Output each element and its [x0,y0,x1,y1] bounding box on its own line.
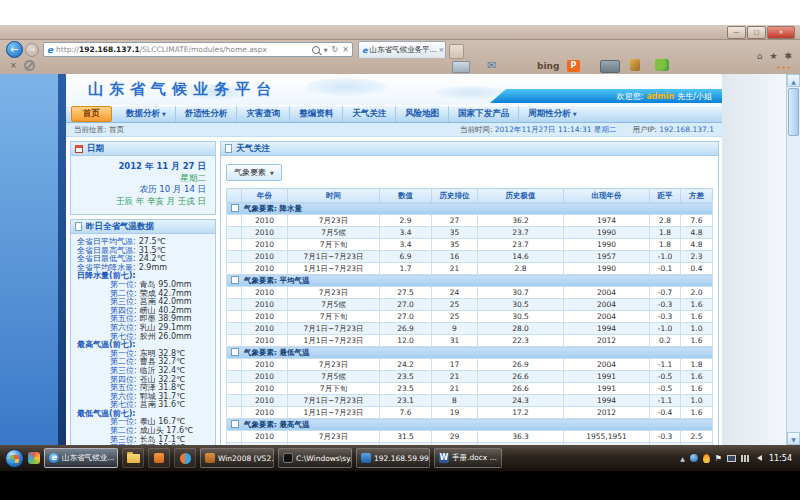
action-center-flag-icon[interactable]: ⚑ [715,454,722,463]
nav-item-label: 首页 [83,108,100,120]
table-row[interactable]: 20107月1日~7月23日23.1824.31994-1.11.0 [227,395,713,407]
taskbar-button-3[interactable]: 192.168.59.99... [356,448,430,468]
nav-item-6[interactable]: 天气关注 [342,106,395,122]
scroll-up-icon[interactable]: ▲ [787,74,800,87]
home-icon[interactable]: ⌂ [757,51,763,61]
camera-icon[interactable] [600,60,620,73]
table-cell: -0.5 [650,371,681,383]
blocked-icon[interactable] [24,60,35,71]
table-row[interactable]: 20107月23日27.52430.72004-0.72.0 [227,287,713,299]
table-row[interactable]: 20101月1日~7月23日12.03122.320120.21.6 [227,335,713,347]
mail-icon[interactable]: ✉ [487,59,496,72]
chevron-down-icon[interactable]: ▼ [324,47,328,53]
cards-icon[interactable] [452,61,470,73]
refresh-icon[interactable]: ↻ [332,45,339,54]
table-row[interactable]: 20107月23日2.92736.219742.87.6 [227,215,713,227]
new-tab-button[interactable] [449,44,464,59]
taskbar-ie-button[interactable]: e 山东省气候业... [44,448,118,468]
table-row[interactable]: 20107月5候27.02530.52004-0.31.6 [227,299,713,311]
table-cell: 23.5 [380,383,432,395]
table-row[interactable]: 20101月1日~7月23日1.7212.81990-0.10.4 [227,263,713,275]
taskbar-media-button[interactable] [174,448,196,468]
people-icon[interactable] [655,59,669,71]
scrollbar-thumb[interactable] [788,88,799,136]
forward-button[interactable]: → [25,43,39,57]
tray-blue-icon[interactable] [690,454,698,462]
taskbar-clock[interactable]: 11:54 [769,454,792,463]
group-checkbox[interactable] [231,420,239,428]
table-row[interactable]: 20107月23日24.21726.92004-1.11.8 [227,359,713,371]
site-banner: 山东省气候业务平台 欢迎您: admin 先生/小姐 [66,74,722,105]
table-cell: 2.0 [681,287,713,299]
bing-logo[interactable]: bing [537,61,559,71]
nav-item-8[interactable]: 国家下发产品 [448,106,518,122]
more-options-icon[interactable]: ••• [777,64,792,72]
group-row[interactable]: 气象要素: 降水量 [227,203,713,215]
table-cell: 1.8 [650,239,681,251]
back-button[interactable]: ← [6,41,23,58]
table-cell: 2010 [242,431,288,443]
table-row[interactable]: 20107月下旬23.52126.61991-0.51.6 [227,383,713,395]
browser-tab[interactable]: e 山东省气候业务平... × [358,41,446,58]
nav-item-2[interactable]: 数据分析▼ [117,106,175,122]
table-cell: 24.2 [380,359,432,371]
table-row[interactable]: 20107月23日31.52936.31955,1951-0.32.5 [227,431,713,443]
group-checkbox[interactable] [231,348,239,356]
toolbar-close-icon[interactable]: × [10,61,17,70]
group-row[interactable]: 气象要素: 平均气温 [227,275,713,287]
element-filter-button[interactable]: 气象要素 ▼ [226,164,282,181]
maximize-button[interactable]: ▢ [747,26,766,39]
table-cell: 2012 [564,407,650,419]
taskbar-button-4[interactable]: W手册.docx ... [434,448,502,468]
table-row[interactable]: 20107月下旬27.02530.52004-0.31.6 [227,311,713,323]
temperature-panel-header: 昨日全省气温数据 [71,220,215,234]
taskbar-button-2[interactable]: C:\Windows\sy... [278,448,352,468]
table-row[interactable]: 20107月1日~7月23日26.9928.01994-1.01.0 [227,323,713,335]
taskbar-button-1[interactable]: Win2008 (VS2... [200,448,274,468]
pinwheel-icon[interactable] [28,452,40,464]
input-method-icon[interactable] [703,454,710,463]
address-bar[interactable]: e http://192.168.137.1/SLCCLIMATE/module… [43,42,353,57]
taskbar-explorer-button[interactable] [122,448,144,468]
row-spacer-cell [227,287,242,299]
group-row[interactable]: 气象要素: 最低气温 [227,347,713,359]
page-scrollbar[interactable]: ▲ ▼ [786,74,800,445]
taskbar-app-button[interactable] [148,448,170,468]
table-row[interactable]: 20107月下旬3.43523.719901.84.8 [227,239,713,251]
bing-p-icon[interactable]: P [567,60,580,72]
table-cell: 1991 [564,371,650,383]
column-header: 时间 [288,189,380,203]
brush-icon[interactable] [630,59,640,71]
nav-item-5[interactable]: 整编资料 [289,106,342,122]
location-value[interactable]: 首页 [109,125,124,135]
table-row[interactable]: 20107月1日~7月23日6.91614.61957-1.02.3 [227,251,713,263]
table-row[interactable]: 20101月1日~7月23日7.61917.22012-0.41.6 [227,407,713,419]
browser-chrome: ← → e http://192.168.137.1/SLCCLIMATE/mo… [0,40,800,74]
network-icon[interactable] [741,455,749,462]
dual-monitor-icon[interactable] [727,455,736,462]
nav-item-4[interactable]: 灾害查询 [236,106,289,122]
close-button[interactable]: × [767,26,795,39]
speaker-icon[interactable] [754,455,762,461]
stop-icon[interactable]: × [342,45,349,54]
table-row[interactable]: 20107月5候23.52126.61991-0.51.6 [227,371,713,383]
url-host: 192.168.137.1 [79,45,140,54]
nav-item-label: 周期性分析 [528,108,571,120]
nav-item-3[interactable]: 舒适性分析 [175,106,237,122]
favorites-star-icon[interactable]: ★ [769,51,777,61]
group-row[interactable]: 气象要素: 最高气温 [227,419,713,431]
nav-item-1[interactable]: 首页 [71,106,112,122]
table-row[interactable]: 20107月5候3.43523.719901.84.8 [227,227,713,239]
search-icon[interactable] [312,46,320,54]
nav-item-7[interactable]: 风险地图 [395,106,448,122]
nav-item-9[interactable]: 周期性分析▼ [518,106,585,122]
date-panel: 日期 2012 年 11 月 27 日 星期二 农历 10 月 14 日 壬辰 … [70,141,216,215]
settings-gear-icon[interactable]: ✱ [784,51,792,61]
minimize-button[interactable]: — [727,26,746,39]
start-button[interactable] [5,449,24,468]
tab-close-icon[interactable]: × [439,46,445,54]
group-checkbox[interactable] [231,276,239,284]
scroll-down-icon[interactable]: ▼ [787,432,800,445]
group-checkbox[interactable] [231,204,239,212]
hidden-icons-chevron-icon[interactable]: ▲ [680,455,685,462]
